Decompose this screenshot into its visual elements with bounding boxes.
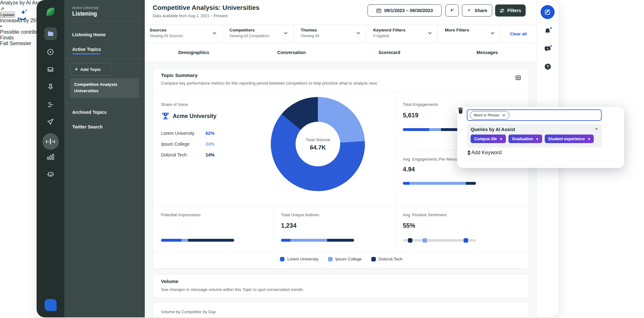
sidebar-item-active-topics[interactable]: Active Topics <box>72 47 101 52</box>
card-description: Compare key performance metrics for this… <box>161 81 378 86</box>
sentiment-scale <box>403 239 476 242</box>
workspace-name: Acme University <box>72 6 99 10</box>
filter-value: Viewing All Sources <box>150 34 222 38</box>
filter-value: Viewing All Competitors <box>229 34 293 38</box>
chart-legend: Lorem University Ipsum College Dolorsit … <box>153 257 529 261</box>
filter-themes[interactable]: Themes Viewing All <box>294 25 366 43</box>
keyword-chip[interactable]: Compus life + <box>471 135 506 143</box>
metric-label: Total Engagements <box>403 102 438 107</box>
legend-label: Dolorsit Tech <box>379 257 402 261</box>
filter-keyword-filters[interactable]: Keyword Filters 0 Applied <box>366 25 438 43</box>
add-chip-plus-icon[interactable]: + <box>588 136 590 142</box>
sprout-coffee-logo-icon[interactable] <box>37 299 64 311</box>
sov-competitor-value: 62% <box>206 131 214 136</box>
table-view-icon[interactable] <box>515 75 521 81</box>
clear-all-link[interactable]: Clear all <box>500 25 536 43</box>
page-title: Competitive Analysis: Universities <box>153 4 259 11</box>
compose-pencil-icon <box>544 9 551 16</box>
page-subtitle: Data available from Aug 1, 2021 – Presen… <box>153 14 228 18</box>
notification-dot <box>550 27 552 30</box>
tab-scorecard[interactable]: Scorecard <box>340 43 438 62</box>
share-button[interactable]: Share <box>462 4 492 17</box>
tab-conversation[interactable]: Conversation <box>243 43 341 62</box>
update-button[interactable]: Update <box>0 12 15 18</box>
topics-folder-nav-icon[interactable] <box>37 27 64 40</box>
date-range-button[interactable]: 09/1/2023 – 09/30/2023 <box>368 4 442 17</box>
add-keyword-button[interactable]: + Add Keyword <box>468 150 513 161</box>
legend-swatch <box>280 257 284 261</box>
sidebar-item-selected-topic[interactable]: Competitive Analysis Universities <box>70 78 139 98</box>
listening-waveform-icon[interactable] <box>37 133 64 150</box>
filter-more-filters[interactable]: More Filters <box>438 25 500 43</box>
metric-label: Avg. Engagements Per Message <box>403 157 463 162</box>
metric-label: Total Unique Authors <box>281 212 319 217</box>
add-chip-plus-icon[interactable]: + <box>536 136 538 142</box>
chevron-down-icon <box>502 114 506 116</box>
tab-messages[interactable]: Messages <box>438 43 536 62</box>
ai-assist-button[interactable] <box>445 4 459 17</box>
add-topic-label: Add Topic <box>80 67 101 72</box>
trash-icon[interactable] <box>457 107 464 114</box>
sov-competitor-name: Dolorsit Tech <box>161 152 187 157</box>
ai-assist-queries-panel: Queries by AI Assist × Compus life + Gra… <box>467 124 602 148</box>
sentiment-dot[interactable] <box>423 238 427 243</box>
sidebar-item-twitter-search[interactable]: Twitter Search <box>72 124 102 129</box>
calendar-icon <box>376 8 382 13</box>
queries-panel-title: Queries by AI Assist <box>471 127 598 132</box>
reports-bars-icon[interactable] <box>37 153 64 160</box>
pin-icon[interactable] <box>37 83 64 90</box>
metric-value: 1,234 <box>281 222 297 229</box>
topic-summary-card: Topic Summary Compare key performance me… <box>153 68 529 269</box>
sov-competitor-name: Lorem University <box>161 131 194 136</box>
compose-button[interactable] <box>541 5 555 19</box>
legend-label: Lorem University <box>287 257 318 261</box>
close-icon[interactable]: × <box>595 126 598 131</box>
chevron-down-icon <box>428 32 432 34</box>
filter-value: Viewing All <box>301 34 366 38</box>
filter-label: Sources <box>150 28 222 32</box>
sov-leader: Acme University <box>173 113 216 120</box>
keyword-chip-label: Student experience <box>548 137 585 141</box>
keyword-chip[interactable]: Graduation + <box>508 135 542 143</box>
publish-send-icon[interactable] <box>37 118 64 126</box>
add-topic-button[interactable]: + Add Topic <box>70 63 111 76</box>
filter-sources[interactable]: Sources Viewing All Sources <box>145 25 222 43</box>
query-type-selector[interactable]: Word or Phrase <box>470 111 509 120</box>
sidebar-item-listening-home[interactable]: Listening Home <box>72 32 106 37</box>
donut-center-value: 64.7K <box>310 144 326 151</box>
help-icon[interactable]: ? <box>536 63 558 70</box>
sidebar-item-archived-topics[interactable]: Archived Topics <box>72 110 107 115</box>
potential-impressions-bar <box>161 239 234 242</box>
sentiment-dot[interactable] <box>464 238 468 243</box>
filters-button[interactable]: Filters <box>495 4 526 17</box>
metric-value: 55% <box>403 222 415 229</box>
chevron-down-icon <box>356 32 360 34</box>
trophy-icon <box>161 112 170 121</box>
sov-competitor-value: 24% <box>206 142 214 147</box>
bot-assistant-icon[interactable] <box>37 170 64 178</box>
notifications-bell-icon[interactable] <box>536 27 558 35</box>
keyword-chip-label: Compus life <box>474 137 497 141</box>
total-unique-authors-bar <box>281 239 354 242</box>
share-label: Share <box>474 8 487 13</box>
inbox-icon[interactable] <box>37 66 64 73</box>
discover-compass-icon[interactable] <box>37 48 64 56</box>
quick-actions-chat-icon[interactable] <box>536 45 558 53</box>
query-type-label: Word or Phrase <box>474 113 499 117</box>
keyword-chip[interactable]: Student experience + <box>545 135 594 143</box>
sentiment-dot[interactable] <box>408 238 412 243</box>
avg-engagements-bar <box>403 182 476 185</box>
list-feeds-icon[interactable] <box>37 101 64 108</box>
donut-center-label: Total Volume <box>305 137 330 142</box>
metric-label: Potential Impressions <box>161 212 200 217</box>
metric-label: Avg. Positive Sentiment <box>403 212 446 217</box>
svg-text:?: ? <box>546 65 549 69</box>
notification-dot <box>550 45 552 47</box>
filter-competitors[interactable]: Competitors Viewing All Competitors <box>222 25 294 43</box>
add-chip-plus-icon[interactable]: + <box>500 136 502 142</box>
legend-item: Ipsum College <box>328 257 362 261</box>
keyword-input[interactable]: Word or Phrase <box>467 109 602 121</box>
tab-demographics[interactable]: Demographics <box>145 43 243 62</box>
sprout-logo-icon[interactable] <box>37 5 64 18</box>
active-nav-tile <box>44 27 57 40</box>
